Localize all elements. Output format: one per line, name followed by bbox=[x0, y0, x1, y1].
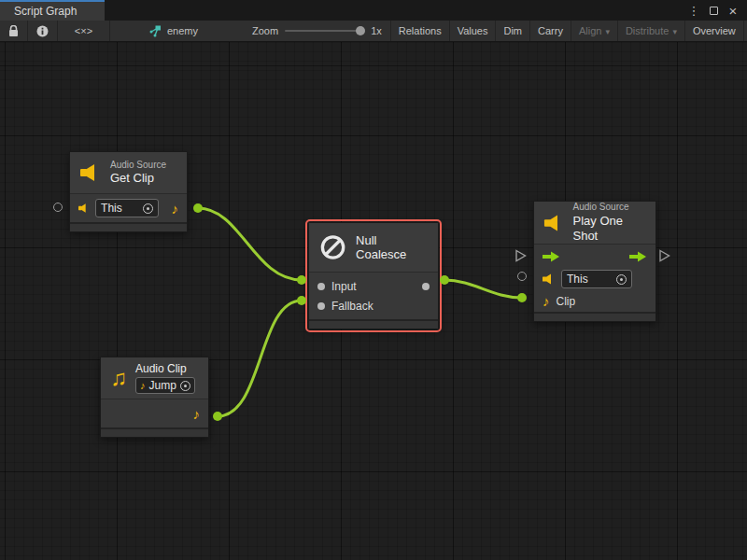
node-body: Input Fallback bbox=[309, 273, 438, 319]
node-header: ♫ Audio Clip ♪ Jump bbox=[101, 357, 208, 399]
zoom-control: Zoom 1x bbox=[244, 21, 390, 41]
port-label: Fallback bbox=[331, 300, 374, 313]
port-row-clip: ♪ Clip bbox=[534, 290, 655, 312]
zoom-slider[interactable] bbox=[285, 30, 364, 32]
node-footer bbox=[309, 319, 438, 329]
node-title: Null Coalesce bbox=[356, 233, 429, 261]
node-null-coalesce[interactable]: Null Coalesce Input Fallback bbox=[308, 222, 439, 329]
playoneshot-self-port[interactable] bbox=[517, 272, 527, 281]
node-get-clip[interactable]: Audio Source Get Clip This ♪ bbox=[69, 151, 188, 232]
align-button: Align ▾ bbox=[571, 21, 617, 41]
port-dot[interactable] bbox=[517, 293, 527, 302]
lock-icon bbox=[8, 25, 19, 37]
this-target-field[interactable]: This bbox=[561, 270, 632, 288]
port-dot[interactable] bbox=[193, 203, 203, 213]
node-category: Audio Source bbox=[110, 160, 166, 172]
input-port[interactable] bbox=[317, 283, 325, 290]
zoom-label: Zoom bbox=[252, 25, 278, 36]
graph-reference[interactable]: enemy bbox=[140, 21, 206, 41]
node-title: Audio Clip bbox=[135, 362, 195, 376]
playoneshot-enter-port[interactable] bbox=[514, 249, 527, 266]
info-button[interactable] bbox=[28, 21, 58, 41]
node-body: This ♪ bbox=[70, 194, 187, 222]
node-header: Audio Source Get Clip bbox=[70, 152, 187, 194]
close-icon[interactable]: × bbox=[726, 4, 740, 17]
maximize-icon[interactable] bbox=[707, 4, 720, 17]
music-note-icon[interactable]: ♪ bbox=[543, 294, 550, 308]
object-picker-icon[interactable] bbox=[143, 203, 153, 214]
values-button[interactable]: Values bbox=[449, 21, 496, 41]
graph-name: enemy bbox=[167, 25, 198, 36]
node-footer bbox=[534, 312, 655, 321]
relations-button[interactable]: Relations bbox=[390, 21, 449, 41]
getclip-self-port[interactable] bbox=[53, 203, 63, 212]
audio-source-icon bbox=[79, 163, 102, 182]
node-category: Audio Source bbox=[572, 202, 646, 214]
chevron-down-icon: ▾ bbox=[605, 27, 610, 36]
node-header: Null Coalesce bbox=[309, 223, 438, 273]
port-dot[interactable] bbox=[213, 412, 222, 421]
playoneshot-exit-port[interactable] bbox=[658, 249, 670, 266]
flow-in-arrow-icon[interactable] bbox=[543, 251, 560, 262]
distribute-button: Distribute ▾ bbox=[617, 21, 684, 41]
fallback-port[interactable] bbox=[317, 302, 325, 310]
lock-button[interactable] bbox=[0, 21, 28, 41]
triangle-port-icon bbox=[514, 249, 527, 262]
fullscreen-button[interactable]: Full Screen bbox=[743, 21, 747, 41]
unity-script-graph-window: Script Graph ⋮ × <×> bbox=[0, 0, 747, 560]
info-icon bbox=[36, 25, 49, 37]
object-picker-icon[interactable] bbox=[180, 381, 190, 391]
music-note-icon: ♪ bbox=[140, 381, 146, 391]
triangle-port-icon bbox=[658, 249, 670, 262]
tab-script-graph[interactable]: Script Graph bbox=[0, 0, 105, 21]
port-row-input: Input bbox=[309, 276, 438, 296]
wire-result-to-clip[interactable] bbox=[444, 280, 522, 298]
port-row-this: This bbox=[534, 268, 655, 290]
audio-source-icon bbox=[543, 214, 564, 232]
graph-toolbar: <×> enemy Zoom 1x Relations Values Dim C… bbox=[0, 21, 747, 42]
node-header: Audio Source Play One Shot bbox=[534, 202, 655, 245]
flow-out-arrow-icon[interactable] bbox=[629, 251, 647, 262]
wire-audioclip-to-fallback[interactable] bbox=[218, 301, 302, 416]
port-dot[interactable] bbox=[297, 275, 306, 285]
toolbar-buttons: Relations Values Dim Carry Align ▾ Distr… bbox=[390, 21, 747, 41]
maximize-box bbox=[710, 7, 718, 15]
code-view-icon: <×> bbox=[75, 25, 92, 36]
node-body: ♪ bbox=[101, 399, 208, 427]
node-footer bbox=[70, 222, 187, 231]
code-view-toggle[interactable]: <×> bbox=[58, 21, 110, 41]
port-dot[interactable] bbox=[297, 296, 306, 305]
port-dot[interactable] bbox=[440, 275, 449, 285]
port-row-fallback: Fallback bbox=[309, 296, 438, 315]
titlebar: Script Graph ⋮ × bbox=[0, 0, 747, 21]
control-flow-row bbox=[534, 245, 655, 268]
node-body: This ♪ Clip bbox=[534, 245, 655, 312]
audio-clip-output-icon[interactable]: ♪ bbox=[172, 202, 179, 216]
port-row: ♪ bbox=[101, 399, 208, 427]
object-picker-icon[interactable] bbox=[616, 274, 627, 285]
carry-button[interactable]: Carry bbox=[529, 21, 571, 41]
zoom-slider-handle[interactable] bbox=[356, 26, 365, 35]
this-target-field[interactable]: This bbox=[95, 199, 158, 217]
node-footer bbox=[101, 427, 208, 437]
wire-getclip-to-input[interactable] bbox=[198, 208, 302, 280]
audio-clip-icon: ♫ bbox=[110, 367, 127, 389]
zoom-value: 1x bbox=[371, 25, 382, 36]
overview-button[interactable]: Overview bbox=[684, 21, 743, 41]
null-coalesce-icon bbox=[318, 232, 347, 262]
audio-source-icon bbox=[78, 203, 89, 214]
node-play-one-shot[interactable]: Audio Source Play One Shot bbox=[533, 201, 656, 322]
dim-button[interactable]: Dim bbox=[495, 21, 529, 41]
port-row: This ♪ bbox=[70, 194, 187, 222]
audio-clip-value-field[interactable]: ♪ Jump bbox=[135, 377, 195, 394]
node-audio-clip[interactable]: ♫ Audio Clip ♪ Jump ♪ bbox=[100, 357, 209, 438]
tab-label: Script Graph bbox=[14, 5, 77, 18]
node-title: Get Clip bbox=[110, 171, 166, 186]
result-output-port[interactable] bbox=[422, 283, 430, 290]
graph-icon bbox=[148, 25, 162, 37]
node-title: Play One Shot bbox=[572, 214, 646, 245]
audio-clip-output-icon[interactable]: ♪ bbox=[193, 407, 201, 421]
port-label: Input bbox=[331, 280, 357, 293]
kebab-menu-icon[interactable]: ⋮ bbox=[687, 4, 700, 17]
graph-canvas[interactable]: Audio Source Get Clip This ♪ bbox=[0, 42, 747, 560]
